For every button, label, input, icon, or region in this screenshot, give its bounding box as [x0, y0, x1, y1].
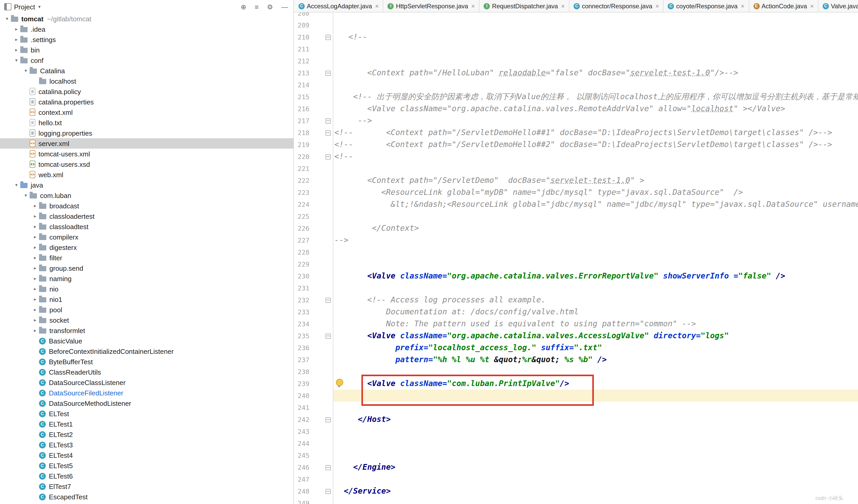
code-line-218[interactable]: 218<!-- <Context path="/ServletDemoHello… — [294, 127, 858, 139]
chevron-right-icon[interactable]: ▸ — [31, 318, 39, 323]
tree-item-classreaderutils[interactable]: CClassReaderUtils — [0, 367, 293, 377]
tree-item-naming[interactable]: ▸naming — [0, 273, 293, 284]
chevron-down-icon[interactable]: ▾ — [13, 182, 20, 188]
tab-valve-java[interactable]: CValve.java× — [819, 0, 858, 12]
code-line-236[interactable]: 236 prefix="localhost_access_log." suffi… — [294, 342, 858, 354]
line-number[interactable]: 245 — [294, 450, 333, 461]
line-number[interactable]: 232 — [294, 294, 333, 306]
code-line-235[interactable]: 235 <Valve className="org.apache.catalin… — [294, 330, 858, 342]
tree-item-com-luban[interactable]: ▾com.luban — [0, 190, 293, 200]
tree-item-nio1[interactable]: ▸nio1 — [0, 294, 293, 305]
code-line-217[interactable]: 217 --> — [294, 115, 858, 127]
line-number[interactable]: 217 — [294, 115, 333, 127]
line-number[interactable]: 223 — [294, 186, 333, 198]
tree-item-filter[interactable]: ▸filter — [0, 253, 293, 263]
code-line-245[interactable]: 245 — [294, 450, 858, 461]
code-line-244[interactable]: 244 — [294, 438, 858, 450]
code-line-230[interactable]: 230 <Valve className="org.apache.catalin… — [294, 270, 858, 282]
code-line-214[interactable]: 214 — [294, 79, 858, 91]
chevron-right-icon[interactable]: ▸ — [31, 276, 39, 281]
tree-item-bytebuffertest[interactable]: CByteBufferTest — [0, 356, 293, 367]
line-number[interactable]: 234 — [294, 318, 333, 330]
code-line-221[interactable]: 221 — [294, 163, 858, 175]
chevron-right-icon[interactable]: ▸ — [13, 47, 20, 52]
chevron-right-icon[interactable]: ▸ — [31, 203, 39, 208]
code-line-222[interactable]: 222 <Context path="/ServletDemo" docBase… — [294, 175, 858, 186]
line-number[interactable]: 241 — [294, 402, 333, 413]
chevron-right-icon[interactable]: ▸ — [31, 265, 39, 271]
tree-item-compilerx[interactable]: ▸compilerx — [0, 232, 293, 242]
tree-item-conf[interactable]: ▾conf — [0, 55, 293, 65]
tree-item-datasourcemethodlistener[interactable]: CDataSourceMethodListener — [0, 398, 293, 408]
line-number[interactable]: 229 — [294, 258, 333, 270]
chevron-down-icon[interactable]: ▾ — [22, 68, 30, 73]
tab-connector-response-java[interactable]: Cconnector/Response.java× — [569, 0, 664, 12]
tree-item-hello-txt[interactable]: ≡hello.txt — [0, 117, 293, 128]
tree-item-server-xml[interactable]: <>server.xml — [0, 138, 293, 149]
fold-marker-icon[interactable] — [325, 489, 331, 494]
tree-item-logging-properties[interactable]: ≡logging.properties — [0, 128, 293, 138]
line-number[interactable]: 230 — [294, 270, 333, 282]
tree-item-catalina-policy[interactable]: ≡catalina.policy — [0, 86, 293, 97]
tree-item-digesterx[interactable]: ▸digesterx — [0, 242, 293, 253]
fold-marker-icon[interactable] — [325, 154, 331, 160]
close-icon[interactable]: × — [471, 2, 475, 10]
code-line-241[interactable]: 241 — [294, 402, 858, 413]
tree-item-eltest4[interactable]: CELTest4 — [0, 450, 293, 460]
line-number[interactable]: 226 — [294, 222, 333, 234]
fold-marker-icon[interactable] — [325, 417, 331, 422]
line-number[interactable]: 218 — [294, 127, 333, 139]
code-line-209[interactable]: 209 — [294, 19, 858, 31]
fold-marker-icon[interactable] — [325, 71, 331, 76]
fold-marker-icon[interactable] — [325, 298, 331, 303]
tree-item-beforecontextinitializedcontainerlistener[interactable]: CBeforeContextInitializedContainerListen… — [0, 346, 293, 356]
close-icon[interactable]: × — [655, 2, 659, 10]
code-line-232[interactable]: 232 <!-- Access log processes all exampl… — [294, 294, 858, 306]
close-icon[interactable]: × — [561, 2, 565, 10]
chevron-right-icon[interactable]: ▸ — [31, 234, 39, 240]
tree-item-web-xml[interactable]: <>web.xml — [0, 169, 293, 180]
code-line-216[interactable]: 216 <Valve className="org.apache.catalin… — [294, 103, 858, 115]
close-icon[interactable]: × — [810, 2, 814, 10]
tab-requestdispatcher-java[interactable]: IRequestDispatcher.java× — [479, 0, 569, 12]
code-line-215[interactable]: 215 <!-- 出于明显的安全防护因素考虑，取消下列Value的注释， 以限制… — [294, 91, 858, 103]
chevron-down-icon[interactable]: ▾ — [13, 58, 20, 63]
fold-marker-icon[interactable] — [325, 334, 331, 339]
line-number[interactable]: 211 — [294, 43, 333, 55]
code-line-223[interactable]: 223 <ResourceLink global="myDB" name="jd… — [294, 186, 858, 198]
chevron-right-icon[interactable]: ▸ — [31, 214, 39, 219]
code-line-234[interactable]: 234 Note: The pattern used is equivalent… — [294, 318, 858, 330]
line-number[interactable]: 224 — [294, 198, 333, 210]
chevron-right-icon[interactable]: ▸ — [13, 27, 20, 32]
chevron-right-icon[interactable]: ▸ — [31, 297, 39, 302]
tree-item-escapedtest[interactable]: CEscapedTest — [0, 491, 293, 502]
line-number[interactable]: 247 — [294, 473, 333, 485]
tree-item-eltest1[interactable]: CELTest1 — [0, 419, 293, 429]
chevron-right-icon[interactable]: ▸ — [31, 328, 39, 333]
code-line-229[interactable]: 229 — [294, 258, 858, 270]
line-number[interactable]: 222 — [294, 175, 333, 186]
line-number[interactable]: 233 — [294, 306, 333, 318]
tree-item-tomcat-users-xml[interactable]: <>tomcat-users.xml — [0, 149, 293, 159]
tree-item-catalina[interactable]: ▾Catalina — [0, 65, 293, 76]
line-number[interactable]: 208 — [294, 13, 333, 19]
tree-item-eltest6[interactable]: CELTest6 — [0, 471, 293, 481]
chevron-right-icon[interactable]: ▸ — [31, 307, 39, 312]
chevron-right-icon[interactable]: ▸ — [31, 245, 39, 250]
tree-item-classloadertest[interactable]: ▸classloadertest — [0, 211, 293, 221]
code-line-212[interactable]: 212 — [294, 55, 858, 67]
tree-item-datasourceclasslistener[interactable]: CDataSourceClassListener — [0, 377, 293, 388]
line-number[interactable]: 215 — [294, 91, 333, 103]
tree-item-bin[interactable]: ▸bin — [0, 45, 293, 55]
code-line-249[interactable]: 249 — [294, 497, 858, 504]
tree-item-idea[interactable]: ▸.idea — [0, 24, 293, 34]
tree-item-pool[interactable]: ▸pool — [0, 305, 293, 315]
chevron-down-icon[interactable]: ▾ — [22, 193, 30, 198]
line-number[interactable]: 228 — [294, 246, 333, 258]
close-icon[interactable]: × — [375, 2, 379, 10]
code-line-213[interactable]: 213 <Context path="/HelloLuban" relaodab… — [294, 67, 858, 79]
tree-item-settings[interactable]: ▸.settings — [0, 34, 293, 45]
tree-item-tomcat-users-xsd[interactable]: xstomcat-users.xsd — [0, 159, 293, 169]
code-line-246[interactable]: 246 </Engine> — [294, 461, 858, 473]
line-number[interactable]: 231 — [294, 282, 333, 294]
